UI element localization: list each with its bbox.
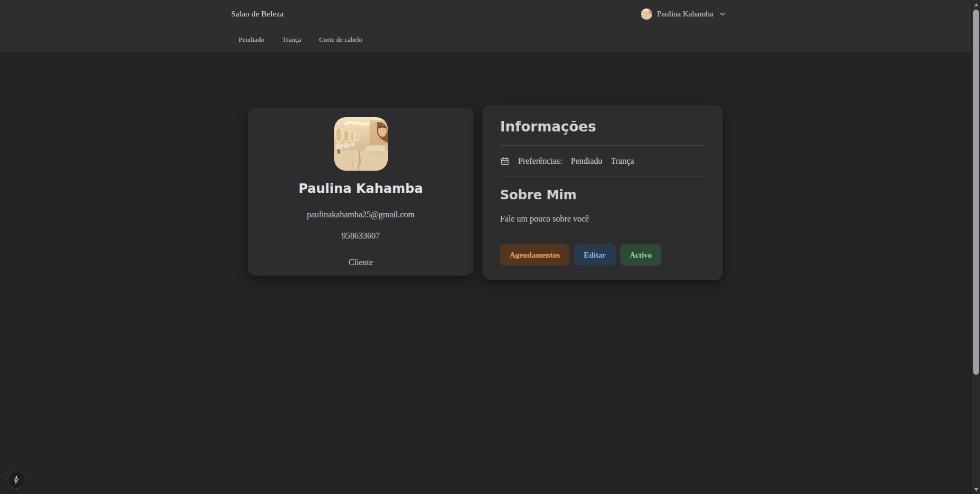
vertical-scrollbar[interactable] — [971, 0, 980, 494]
profile-phone: 958633607 — [261, 231, 461, 241]
app-header: Salao de Beleza Paulina Kahamba Pendiado… — [0, 0, 971, 52]
preferences-row: Preferências: Pendiado Trança — [500, 146, 706, 177]
user-avatar — [641, 8, 652, 20]
scroll-down-arrow[interactable] — [972, 485, 980, 494]
preferences-label: Preferências: — [518, 156, 563, 166]
appointments-button[interactable]: Agendamentos — [500, 244, 569, 266]
profile-card: Paulina Kahamba paulinakahamba25@gmail.c… — [248, 108, 474, 276]
nav-item-pendiado[interactable]: Pendiado — [239, 36, 264, 44]
dev-tools-badge[interactable] — [7, 471, 25, 489]
user-menu[interactable]: Paulina Kahamba — [641, 8, 725, 20]
info-card: Informações Preferências: Pendiado Tranç… — [483, 105, 723, 280]
info-card-title: Informações — [500, 119, 706, 135]
profile-name: Paulina Kahamba — [261, 181, 461, 196]
user-name: Paulina Kahamba — [657, 10, 713, 19]
nav-item-tranca[interactable]: Trança — [282, 36, 301, 44]
about-text: Fale um pouco sobre você — [500, 214, 706, 224]
profile-email: paulinakahamba25@gmail.com — [261, 210, 461, 219]
divider — [500, 177, 706, 177]
preference-pendiado: Pendiado — [571, 156, 603, 166]
scroll-up-arrow[interactable] — [972, 0, 980, 9]
active-status-button[interactable]: Activo — [620, 244, 662, 266]
page: Salao de Beleza Paulina Kahamba Pendiado… — [0, 0, 971, 494]
edit-button[interactable]: Editar — [574, 244, 616, 266]
main-nav: Pendiado Trança Corte de cabelo — [231, 28, 740, 52]
chevron-down-icon — [720, 12, 725, 16]
nav-item-corte-de-cabelo[interactable]: Corte de cabelo — [319, 36, 363, 44]
preference-tranca: Trança — [611, 156, 634, 166]
lightning-icon — [12, 475, 21, 484]
calendar-icon — [500, 156, 510, 166]
profile-photo — [334, 117, 388, 171]
action-buttons: Agendamentos Editar Activo — [500, 244, 706, 266]
divider — [500, 235, 706, 235]
about-title: Sobre Mim — [500, 188, 706, 202]
profile-role: Cliente — [261, 258, 461, 267]
app-title: Salao de Beleza — [231, 10, 284, 19]
scrollbar-thumb[interactable] — [973, 10, 979, 375]
